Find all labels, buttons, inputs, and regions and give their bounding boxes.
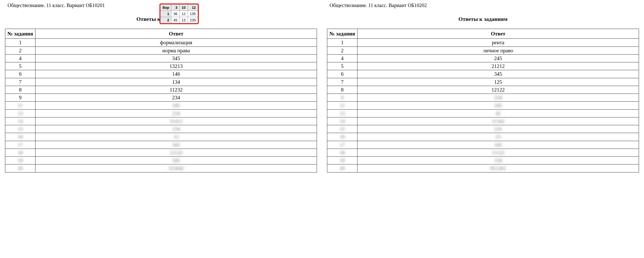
page-right: Обществознание. 11 класс. Вариант ОБ1020… <box>327 3 639 173</box>
cell-ans: норма права <box>35 47 317 54</box>
score-head: 3 <box>171 5 180 11</box>
cell-num: 2 <box>327 47 357 54</box>
table-row: 9234 <box>5 94 317 102</box>
answers-blurred-right: 9234112451345141134215235162317345181112… <box>327 94 639 173</box>
score-cell: 45 <box>171 17 180 23</box>
table-row: 4345 <box>5 54 317 62</box>
cell-ans: 11122 <box>357 149 639 156</box>
page-left: Вар 3 10 12 1 36 12 135 2 45 13 235 <box>5 3 317 173</box>
table-row: 812122 <box>327 86 639 94</box>
table-row: 1345 <box>327 109 639 117</box>
table-row: 513213 <box>5 62 317 70</box>
cell-ans: 21212 <box>357 62 639 70</box>
cell-ans: 134 <box>35 78 317 86</box>
table-row: 20315642 <box>5 164 317 172</box>
cell-num: 13 <box>5 109 35 117</box>
cell-ans: 11232 <box>35 86 317 94</box>
cell-num: 1 <box>5 39 35 47</box>
cell-num: 19 <box>327 157 357 164</box>
table-row: 2личное право <box>327 47 639 54</box>
cell-num: 16 <box>327 133 357 141</box>
cell-num: 19 <box>5 157 35 164</box>
cell-num: 18 <box>327 149 357 156</box>
score-head: 10 <box>180 5 188 11</box>
cell-num: 8 <box>327 86 357 94</box>
table-row: 1812122 <box>5 149 317 156</box>
table-row: 1612 <box>5 133 317 141</box>
table-row: 13234 <box>5 109 317 117</box>
cell-ans: 13213 <box>35 62 317 70</box>
cell-num: 9 <box>327 94 357 102</box>
table-row: 19345 <box>5 157 317 164</box>
table-row: 521212 <box>327 62 639 70</box>
score-cell: 36 <box>171 11 180 17</box>
cell-ans: 345 <box>35 141 317 149</box>
score-table: Вар 3 10 12 1 36 12 135 2 45 13 235 <box>160 4 198 23</box>
cell-num: 5 <box>5 62 35 70</box>
cell-num: 11 <box>327 102 357 109</box>
col-header-num: № задания <box>327 29 357 39</box>
cell-ans: личное право <box>357 47 639 54</box>
cell-num: 8 <box>5 86 35 94</box>
col-header-num: № задания <box>5 29 35 39</box>
answers-heading-right: Ответы к заданиям <box>327 16 639 22</box>
table-row: 15235 <box>327 125 639 133</box>
table-row: 1623 <box>327 133 639 141</box>
table-row: 20951261 <box>327 164 639 172</box>
cell-num: 16 <box>5 133 35 141</box>
cell-ans: 345 <box>357 70 639 78</box>
cell-num: 7 <box>327 78 357 86</box>
cell-ans: рента <box>357 39 639 47</box>
cell-ans: 951261 <box>357 164 639 172</box>
cell-ans: 45 <box>357 109 639 117</box>
cell-ans: 234 <box>35 94 317 102</box>
table-row: 6345 <box>327 70 639 78</box>
score-cell: 12 <box>180 11 188 17</box>
cell-num: 6 <box>5 70 35 78</box>
cell-ans: 234 <box>357 94 639 102</box>
table-row: 1431412 <box>5 117 317 125</box>
answers-table-left: № задания Ответ 1формализация2норма прав… <box>5 29 317 173</box>
cell-ans: 134 <box>35 125 317 133</box>
cell-num: 15 <box>5 125 35 133</box>
answers-table-right: № задания Ответ 1рента2личное право42455… <box>327 29 639 173</box>
answers-body-left: 1формализация2норма права434551321361467… <box>5 39 317 102</box>
cell-num: 7 <box>5 78 35 86</box>
table-row: 4245 <box>327 54 639 62</box>
cell-num: 17 <box>5 141 35 149</box>
cell-num: 13 <box>327 109 357 117</box>
cell-num: 9 <box>5 94 35 102</box>
cell-num: 11 <box>5 102 35 109</box>
table-row: 6146 <box>5 70 317 78</box>
cell-ans: 234 <box>35 109 317 117</box>
score-rowhead: 1 <box>160 11 171 17</box>
cell-num: 5 <box>327 62 357 70</box>
cell-ans: 345 <box>35 54 317 62</box>
cell-ans: 345 <box>357 141 639 149</box>
cell-ans: 345 <box>35 102 317 109</box>
cell-ans: 146 <box>35 70 317 78</box>
cell-num: 17 <box>327 141 357 149</box>
table-row: 1411342 <box>327 117 639 125</box>
cell-num: 4 <box>327 54 357 62</box>
cell-ans: 245 <box>357 102 639 109</box>
cell-num: 6 <box>327 70 357 78</box>
cell-ans: 11342 <box>357 117 639 125</box>
cell-num: 14 <box>327 117 357 125</box>
cell-num: 20 <box>327 164 357 172</box>
table-row: 9234 <box>327 94 639 102</box>
cell-ans: формализация <box>35 39 317 47</box>
score-head: Вар <box>160 5 171 11</box>
cell-num: 15 <box>327 125 357 133</box>
table-row: 17345 <box>5 141 317 149</box>
score-box: Вар 3 10 12 1 36 12 135 2 45 13 235 <box>159 4 199 24</box>
score-rowhead: 2 <box>160 17 171 23</box>
table-row: 811232 <box>5 86 317 94</box>
score-cell: 13 <box>180 17 188 23</box>
cell-num: 20 <box>5 164 35 172</box>
col-header-ans: Ответ <box>357 29 639 39</box>
cell-ans: 125 <box>357 78 639 86</box>
cell-num: 1 <box>327 39 357 47</box>
cell-ans: 345 <box>35 157 317 164</box>
cell-ans: 12122 <box>35 149 317 156</box>
